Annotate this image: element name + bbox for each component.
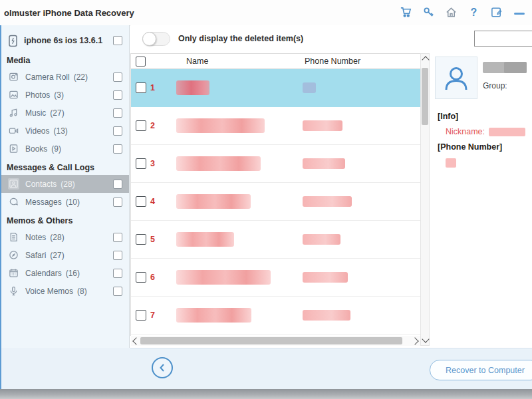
toggle-knob	[142, 32, 156, 46]
deleted-only-label: Only display the deleted item(s)	[178, 34, 303, 43]
row-checkbox[interactable]	[136, 234, 146, 245]
phone-redacted	[303, 234, 340, 245]
key-icon[interactable]	[422, 6, 435, 19]
sidebar-item-checkbox[interactable]	[113, 233, 122, 242]
sidebar-item-checkbox[interactable]	[113, 72, 122, 82]
sidebar-item-videos[interactable]: Videos(13)	[1, 122, 129, 140]
sidebar-item-checkbox[interactable]	[113, 90, 122, 100]
avatar	[435, 57, 477, 99]
row-checkbox[interactable]	[136, 82, 146, 93]
photos-icon	[8, 89, 19, 100]
deleted-only-toggle[interactable]	[142, 32, 170, 46]
table-row[interactable]: 7	[131, 297, 420, 334]
sidebar-item-calendars[interactable]: Calendars(16)	[1, 264, 129, 282]
row-checkbox[interactable]	[136, 158, 146, 169]
table-row[interactable]: 6	[131, 259, 420, 297]
row-number: 4	[150, 197, 155, 206]
name-redacted	[176, 308, 251, 323]
safari-icon	[8, 249, 19, 261]
sidebar-item-count: (27)	[50, 108, 113, 118]
scroll-down-icon[interactable]	[422, 335, 429, 342]
device-row[interactable]: iphone 6s ios 13.6.1	[1, 31, 129, 51]
phone-redacted	[303, 82, 316, 93]
row-number: 2	[150, 121, 155, 130]
sidebar-item-label: Photos	[25, 90, 50, 100]
messages-icon	[8, 196, 19, 207]
recover-to-computer-button[interactable]: Recover to Computer	[430, 360, 532, 380]
sidebar-item-checkbox[interactable]	[113, 180, 122, 189]
minimize-icon[interactable]	[513, 6, 525, 19]
device-checkbox[interactable]	[113, 36, 122, 45]
horizontal-scrollbar[interactable]	[131, 336, 420, 346]
phone-redacted	[303, 158, 345, 169]
notes-icon	[8, 231, 19, 243]
column-header-name: Name	[186, 57, 208, 66]
sidebar-item-count: (3)	[54, 90, 113, 100]
table-header: Name Phone Number	[131, 54, 420, 69]
sidebar-item-count: (10)	[66, 198, 113, 207]
phone-redacted	[303, 272, 348, 283]
sidebar-item-camera-roll[interactable]: Camera Roll(22)	[1, 68, 129, 86]
scroll-right-icon[interactable]	[411, 337, 418, 344]
cart-icon[interactable]	[400, 6, 412, 19]
nickname-label: Nickname:	[446, 127, 485, 136]
desktop-strip	[0, 389, 532, 399]
feedback-icon[interactable]	[490, 6, 503, 19]
row-checkbox[interactable]	[136, 310, 146, 321]
sidebar-item-checkbox[interactable]	[113, 287, 122, 296]
row-checkbox[interactable]	[136, 120, 146, 131]
name-redacted	[176, 118, 265, 133]
contact-name-redacted	[483, 62, 527, 73]
select-all-checkbox[interactable]	[136, 57, 146, 66]
sidebar-item-messages[interactable]: Messages(10)	[1, 193, 129, 211]
sidebar-item-checkbox[interactable]	[113, 269, 122, 278]
vertical-scrollbar-thumb[interactable]	[422, 68, 428, 125]
sidebar-item-books[interactable]: Books(9)	[1, 140, 129, 158]
contacts-icon	[8, 178, 19, 190]
horizontal-scrollbar-thumb[interactable]	[140, 337, 402, 344]
row-checkbox[interactable]	[136, 196, 146, 207]
sidebar-item-checkbox[interactable]	[113, 251, 122, 260]
music-icon	[8, 107, 19, 118]
sidebar-item-checkbox[interactable]	[113, 144, 122, 154]
table-row[interactable]: 3	[131, 145, 420, 183]
sidebar-section-header: Media	[1, 51, 129, 68]
search-input[interactable]	[474, 31, 532, 47]
sidebar-item-checkbox[interactable]	[113, 108, 122, 118]
row-number: 3	[150, 159, 155, 168]
sidebar-item-count: (28)	[50, 233, 113, 242]
phone-icon	[7, 34, 19, 47]
sidebar-item-label: Voice Memos	[25, 287, 73, 296]
back-button[interactable]	[152, 357, 173, 378]
row-checkbox[interactable]	[136, 272, 146, 283]
sidebar-item-label: Camera Roll	[25, 72, 70, 82]
sidebar-item-checkbox[interactable]	[113, 198, 122, 207]
row-number: 1	[150, 83, 155, 92]
sidebar-item-photos[interactable]: Photos(3)	[1, 86, 129, 104]
titlebar: olmuster iPhone Data Recovery ?	[0, 0, 532, 26]
footer-bar: Recover to Computer	[130, 348, 532, 389]
sidebar-item-voice-memos[interactable]: Voice Memos(8)	[1, 282, 129, 300]
sidebar-item-count: (8)	[77, 287, 113, 296]
voice-memos-icon	[8, 285, 19, 297]
sidebar-item-contacts[interactable]: Contacts(28)	[1, 175, 129, 193]
help-icon[interactable]: ?	[467, 6, 480, 19]
row-number: 5	[150, 235, 155, 244]
home-icon[interactable]	[445, 6, 458, 19]
table-row[interactable]: 1	[131, 69, 420, 107]
sidebar-item-checkbox[interactable]	[113, 126, 122, 136]
table-row[interactable]: 2	[131, 107, 420, 145]
scroll-up-icon[interactable]	[422, 56, 429, 63]
sidebar-item-label: Notes	[25, 233, 46, 242]
table-row[interactable]: 5	[131, 221, 420, 259]
sidebar-item-music[interactable]: Music(27)	[1, 104, 129, 122]
phone-redacted	[446, 158, 456, 168]
scroll-left-icon[interactable]	[132, 337, 140, 344]
app-window: olmuster iPhone Data Recovery ? iphone 6…	[0, 0, 532, 399]
sidebar-item-safari[interactable]: Safari(27)	[1, 246, 129, 264]
table-row[interactable]: 4	[131, 183, 420, 221]
vertical-scrollbar[interactable]	[420, 53, 430, 346]
sidebar-item-count: (22)	[74, 72, 113, 82]
sidebar-item-notes[interactable]: Notes(28)	[1, 228, 129, 246]
sidebar-section-header: Memos & Others	[1, 211, 129, 228]
